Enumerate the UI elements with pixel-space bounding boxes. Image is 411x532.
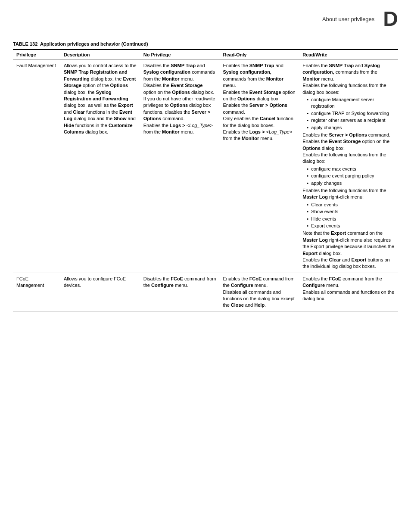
table-title: TABLE 132 Application privileges and beh… xyxy=(13,41,398,47)
cell-noprivilege: Disables the SNMP Trap and Syslog config… xyxy=(140,60,220,273)
table-row: FCoE ManagementAllows you to configure F… xyxy=(13,273,398,311)
page-header: About user privileges D xyxy=(13,9,398,33)
col-header-privilege: Privilege xyxy=(13,50,60,60)
col-header-description: Description xyxy=(60,50,140,60)
page-header-letter: D xyxy=(383,9,398,29)
cell-description: Allows you to configure FCoE devices. xyxy=(60,273,140,311)
cell-description: Allows you to control access to the SNMP… xyxy=(60,60,140,273)
privileges-table: Privilege Description No Privilege Read-… xyxy=(13,49,398,312)
col-header-readonly: Read-Only xyxy=(219,50,299,60)
cell-readwrite: Enables the SNMP Trap and Syslog configu… xyxy=(299,60,398,273)
cell-readwrite: Enables the FCoE command from the Config… xyxy=(299,273,398,311)
cell-readonly: Enables the FCoE command from the Config… xyxy=(219,273,299,311)
col-header-noprivilege: No Privilege xyxy=(140,50,220,60)
cell-readonly: Enables the SNMP Trap and Syslog configu… xyxy=(219,60,299,273)
col-header-readwrite: Read/Write xyxy=(299,50,398,60)
table-header-row: Privilege Description No Privilege Read-… xyxy=(13,50,398,60)
cell-noprivilege: Disables the FCoE command from the Confi… xyxy=(140,273,220,311)
table-row: Fault ManagementAllows you to control ac… xyxy=(13,60,398,273)
cell-privilege: FCoE Management xyxy=(13,273,60,311)
page-header-title: About user privileges xyxy=(322,16,374,22)
cell-privilege: Fault Management xyxy=(13,60,60,273)
